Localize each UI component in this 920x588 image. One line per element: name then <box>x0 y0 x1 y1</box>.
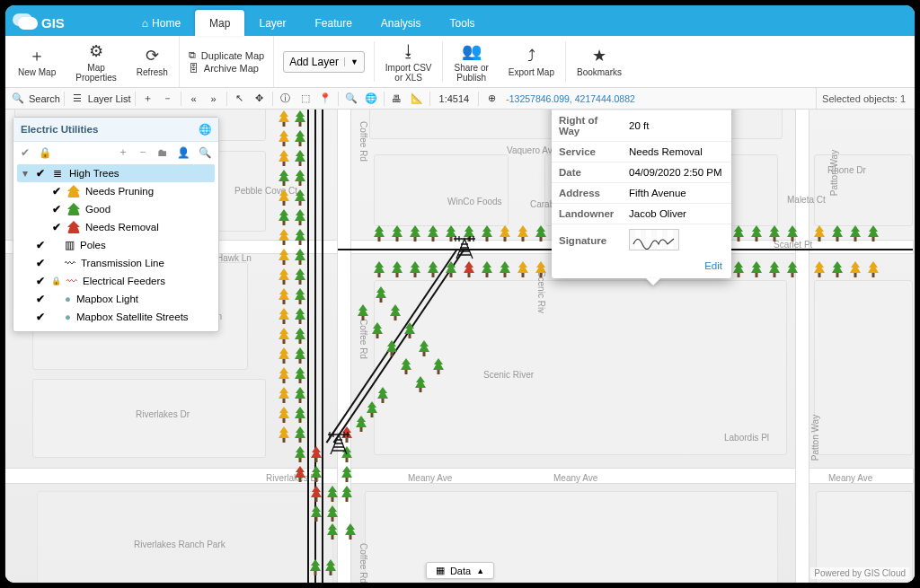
tree-marker[interactable] <box>277 208 291 226</box>
tab-map[interactable]: Map <box>195 10 244 36</box>
measure-tool[interactable]: 📐 <box>408 90 426 108</box>
nav-next-button[interactable]: » <box>205 90 223 108</box>
tree-marker[interactable] <box>480 260 494 278</box>
tree-marker[interactable] <box>277 248 291 266</box>
tree-marker[interactable] <box>309 485 323 503</box>
tree-marker[interactable] <box>293 248 307 266</box>
layer-list-label[interactable]: Layer List <box>88 93 131 104</box>
edit-link[interactable]: Edit <box>552 257 731 278</box>
tree-marker[interactable] <box>277 386 291 404</box>
tree-marker[interactable] <box>293 386 307 404</box>
tree-marker[interactable] <box>848 224 862 242</box>
map-canvas[interactable]: Hawk LnMaple Grove LnRiverlakes DrRiverl… <box>5 110 915 583</box>
feature-popup[interactable]: Vegetation Management ✕ ID237Right of Wa… <box>552 110 731 278</box>
selected-objects[interactable]: Selected objects: 1 <box>816 88 911 109</box>
import-csv-button[interactable]: ⭳Import CSVor XLS <box>376 36 441 87</box>
archive-map-button[interactable]: 🗄Archive Map <box>189 63 264 74</box>
legend-row[interactable]: ✔Needs Pruning <box>17 182 215 200</box>
tree-marker[interactable] <box>402 321 417 339</box>
tree-marker[interactable] <box>309 505 323 522</box>
minus-icon[interactable]: － <box>137 145 148 159</box>
tree-marker[interactable] <box>731 224 746 242</box>
tree-marker[interactable] <box>309 445 323 463</box>
tree-marker[interactable] <box>293 307 307 325</box>
tree-marker[interactable] <box>498 260 512 278</box>
tree-marker[interactable] <box>325 522 340 540</box>
tab-tools[interactable]: Tools <box>436 10 490 36</box>
bookmarks-button[interactable]: ★Bookmarks <box>568 36 631 87</box>
extent-tool[interactable]: 🔍 <box>342 90 360 108</box>
layer-item[interactable]: ✔▥Poles <box>17 236 215 254</box>
tree-marker[interactable] <box>277 406 291 424</box>
tree-marker[interactable] <box>325 505 340 522</box>
tree-marker[interactable] <box>340 485 354 503</box>
tab-feature[interactable]: Feature <box>300 10 366 36</box>
search-label[interactable]: Search <box>29 93 60 104</box>
tree-marker[interactable] <box>277 307 291 325</box>
tree-marker[interactable] <box>277 327 291 345</box>
tree-marker[interactable] <box>516 260 530 278</box>
caret-down-icon[interactable]: ▾ <box>21 167 30 180</box>
folder-icon[interactable]: 🖿 <box>157 147 168 158</box>
tree-marker[interactable] <box>462 260 476 278</box>
legend-row[interactable]: ✔Good <box>17 200 215 218</box>
tree-marker[interactable] <box>376 386 390 404</box>
tree-marker[interactable] <box>830 260 845 278</box>
tree-marker[interactable] <box>374 285 388 303</box>
tree-marker[interactable] <box>293 366 307 384</box>
tree-marker[interactable] <box>277 149 291 167</box>
tree-marker[interactable] <box>277 426 291 443</box>
tree-marker[interactable] <box>785 260 800 278</box>
tree-marker[interactable] <box>534 260 548 278</box>
tree-marker[interactable] <box>848 260 862 278</box>
tree-marker[interactable] <box>277 268 291 285</box>
add-layer-dropdown[interactable]: Add Layer ▼ <box>283 51 365 73</box>
tree-marker[interactable] <box>388 303 402 321</box>
tree-marker[interactable] <box>277 169 291 187</box>
data-panel-toggle[interactable]: ▦ Data ▲ <box>426 562 494 579</box>
export-button[interactable]: ⤴Export Map <box>500 36 563 87</box>
pan-tool[interactable]: ✥ <box>251 90 269 108</box>
check-icon[interactable]: ✔ <box>21 146 30 159</box>
tree-marker[interactable] <box>293 465 307 483</box>
tree-marker[interactable] <box>293 406 307 424</box>
tree-marker[interactable] <box>408 260 422 278</box>
tree-marker[interactable] <box>277 110 291 127</box>
tree-marker[interactable] <box>830 224 845 242</box>
marker-tool[interactable]: 📍 <box>316 90 334 108</box>
tree-marker[interactable] <box>399 357 413 375</box>
tree-marker[interactable] <box>325 485 340 503</box>
layer-root[interactable]: ▾ ✔ ≣ High Trees <box>17 164 215 182</box>
duplicate-map-button[interactable]: ⧉Duplicate Map <box>189 49 264 61</box>
selection-tool[interactable]: ⬚ <box>296 90 314 108</box>
tree-marker[interactable] <box>767 224 782 242</box>
new-map-button[interactable]: ＋New Map <box>9 36 65 87</box>
tree-marker[interactable] <box>277 366 291 384</box>
tree-marker[interactable] <box>480 224 494 242</box>
nav-prev-button[interactable]: « <box>185 90 203 108</box>
list-icon[interactable]: ☰ <box>68 90 86 108</box>
tree-marker[interactable] <box>444 260 458 278</box>
layer-item[interactable]: ✔●Mapbox Light <box>17 290 215 308</box>
tree-marker[interactable] <box>749 260 764 278</box>
pole-marker[interactable] <box>453 233 476 263</box>
search-icon[interactable]: 🔍 <box>9 90 27 108</box>
globe-icon[interactable]: 🌐 <box>199 123 211 136</box>
tree-marker[interactable] <box>413 375 428 393</box>
tree-marker[interactable] <box>323 558 338 576</box>
layer-panel[interactable]: Electric Utilities 🌐 ✔ 🔒 ＋ － 🖿 👤 🔍 ▾ ✔ ≣… <box>13 117 219 332</box>
tree-marker[interactable] <box>293 189 307 206</box>
tree-marker[interactable] <box>390 224 404 242</box>
map-properties-button[interactable]: ⚙MapProperties <box>66 36 126 87</box>
tree-marker[interactable] <box>390 260 404 278</box>
tab-layer[interactable]: Layer <box>244 10 300 36</box>
tree-marker[interactable] <box>417 339 431 357</box>
tree-marker[interactable] <box>293 169 307 187</box>
tree-marker[interactable] <box>293 426 307 443</box>
check-icon[interactable]: ✔ <box>35 167 46 180</box>
tree-marker[interactable] <box>426 260 440 278</box>
layer-item[interactable]: ✔🔒〰Electrical Feeders <box>17 272 215 290</box>
tree-marker[interactable] <box>293 129 307 147</box>
tree-marker[interactable] <box>309 465 323 483</box>
tree-marker[interactable] <box>866 260 880 278</box>
